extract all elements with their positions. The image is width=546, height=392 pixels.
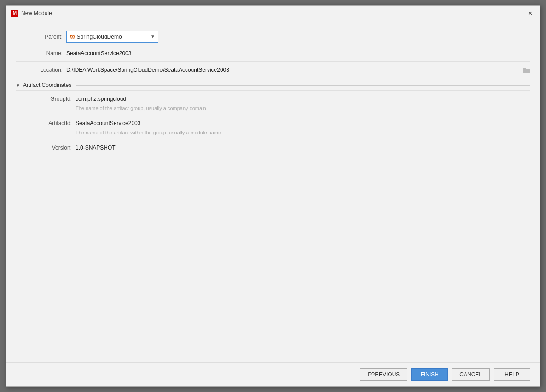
groupid-row: GroupId: The name of the artifact group,… <box>16 91 530 115</box>
parent-row: Parent: m SpringCloudDemo ▼ <box>16 29 530 45</box>
new-module-dialog: M New Module ✕ Parent: m SpringCloudDemo… <box>6 5 540 387</box>
location-label: Location: <box>16 67 66 73</box>
dialog-title: New Module <box>21 10 52 17</box>
svg-rect-1 <box>523 68 526 69</box>
cancel-button[interactable]: CANCEL <box>452 368 490 381</box>
name-value <box>66 50 530 57</box>
location-input[interactable] <box>66 67 522 73</box>
name-row: Name: <box>16 45 530 62</box>
name-input[interactable] <box>66 50 530 57</box>
parent-dropdown[interactable]: m SpringCloudDemo ▼ <box>66 31 158 43</box>
artifactid-row: ArtifactId: The name of the artifact wit… <box>16 115 530 139</box>
artifactid-hint: The name of the artifact within the grou… <box>76 130 530 137</box>
cancel-label: CANCEL <box>459 371 482 378</box>
title-bar: M New Module ✕ <box>6 6 540 21</box>
version-input[interactable] <box>76 144 530 151</box>
artifactid-label: ArtifactId: <box>16 120 76 127</box>
parent-dropdown-text: m SpringCloudDemo <box>70 33 151 40</box>
dropdown-arrow-icon: ▼ <box>151 34 155 39</box>
groupid-label: GroupId: <box>16 96 76 102</box>
help-button[interactable]: HELP <box>494 368 530 381</box>
artifact-section-header: ▼ Artifact Coordinates <box>16 78 530 91</box>
artifactid-inner: ArtifactId: <box>16 117 530 130</box>
dialog-footer: PPREVIOUS FINISH CANCEL HELP <box>6 362 540 386</box>
parent-label: Parent: <box>16 34 66 40</box>
finish-label: FINISH <box>421 371 439 378</box>
help-label: HELP <box>505 371 519 378</box>
previous-button[interactable]: PPREVIOUS <box>360 368 407 381</box>
groupid-input[interactable] <box>76 96 530 102</box>
section-divider <box>76 85 530 86</box>
close-button[interactable]: ✕ <box>526 9 535 18</box>
folder-icon[interactable] <box>522 66 530 74</box>
groupid-inner: GroupId: <box>16 92 530 105</box>
parent-name: SpringCloudDemo <box>77 34 122 40</box>
dialog-icon: M <box>11 10 18 17</box>
artifactid-input[interactable] <box>76 120 530 127</box>
name-label: Name: <box>16 50 66 57</box>
previous-label: PPREVIOUS <box>368 371 400 378</box>
parent-value: m SpringCloudDemo ▼ <box>66 31 530 43</box>
collapse-icon[interactable]: ▼ <box>16 83 20 88</box>
finish-button[interactable]: FINISH <box>411 368 448 381</box>
groupid-hint: The name of the artifact group, usually … <box>76 105 530 113</box>
version-row: Version: <box>16 139 530 156</box>
version-label: Version: <box>16 144 76 151</box>
content-spacer <box>16 156 530 355</box>
module-icon: m <box>70 33 75 40</box>
artifact-section-title: Artifact Coordinates <box>23 82 71 88</box>
location-row: Location: <box>16 62 530 78</box>
title-bar-left: M New Module <box>11 10 52 17</box>
dialog-content: Parent: m SpringCloudDemo ▼ Name: Locati… <box>6 21 540 362</box>
